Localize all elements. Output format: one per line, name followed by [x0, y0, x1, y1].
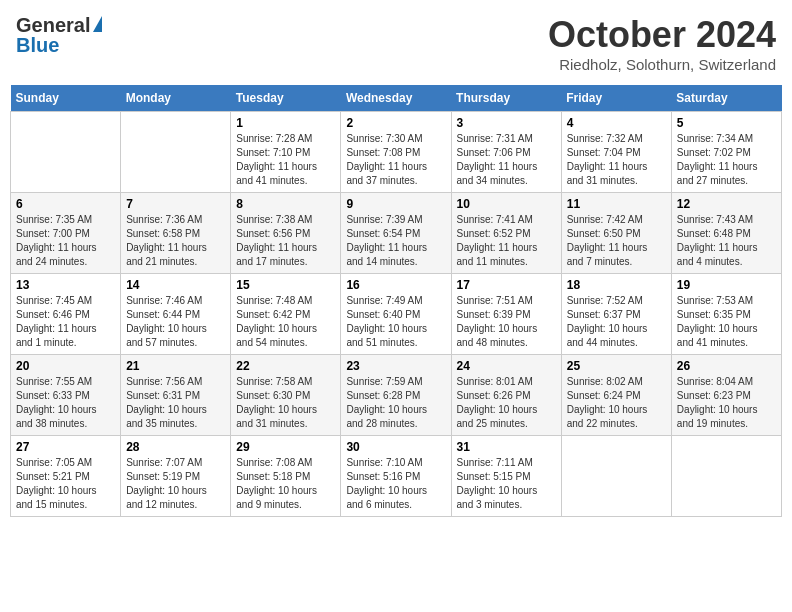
day-number: 27	[16, 440, 115, 454]
day-number: 13	[16, 278, 115, 292]
calendar-cell: 25 Sunrise: 8:02 AMSunset: 6:24 PMDaylig…	[561, 355, 671, 436]
calendar-cell	[121, 112, 231, 193]
calendar-cell: 14 Sunrise: 7:46 AMSunset: 6:44 PMDaylig…	[121, 274, 231, 355]
calendar-cell: 24 Sunrise: 8:01 AMSunset: 6:26 PMDaylig…	[451, 355, 561, 436]
calendar-cell: 30 Sunrise: 7:10 AMSunset: 5:16 PMDaylig…	[341, 436, 451, 517]
calendar-cell	[11, 112, 121, 193]
day-info: Sunrise: 7:36 AMSunset: 6:58 PMDaylight:…	[126, 214, 207, 267]
day-number: 20	[16, 359, 115, 373]
day-number: 25	[567, 359, 666, 373]
calendar-cell: 22 Sunrise: 7:58 AMSunset: 6:30 PMDaylig…	[231, 355, 341, 436]
calendar-week-2: 6 Sunrise: 7:35 AMSunset: 7:00 PMDayligh…	[11, 193, 782, 274]
calendar-header: SundayMondayTuesdayWednesdayThursdayFrid…	[11, 85, 782, 112]
calendar-cell: 23 Sunrise: 7:59 AMSunset: 6:28 PMDaylig…	[341, 355, 451, 436]
day-number: 26	[677, 359, 776, 373]
calendar-cell: 2 Sunrise: 7:30 AMSunset: 7:08 PMDayligh…	[341, 112, 451, 193]
page-header: General Blue October 2024 Riedholz, Solo…	[10, 10, 782, 77]
header-cell-wednesday: Wednesday	[341, 85, 451, 112]
day-info: Sunrise: 7:28 AMSunset: 7:10 PMDaylight:…	[236, 133, 317, 186]
day-info: Sunrise: 7:43 AMSunset: 6:48 PMDaylight:…	[677, 214, 758, 267]
calendar-week-5: 27 Sunrise: 7:05 AMSunset: 5:21 PMDaylig…	[11, 436, 782, 517]
day-info: Sunrise: 7:10 AMSunset: 5:16 PMDaylight:…	[346, 457, 427, 510]
header-cell-saturday: Saturday	[671, 85, 781, 112]
calendar-cell: 9 Sunrise: 7:39 AMSunset: 6:54 PMDayligh…	[341, 193, 451, 274]
day-info: Sunrise: 7:59 AMSunset: 6:28 PMDaylight:…	[346, 376, 427, 429]
day-info: Sunrise: 7:08 AMSunset: 5:18 PMDaylight:…	[236, 457, 317, 510]
day-info: Sunrise: 8:02 AMSunset: 6:24 PMDaylight:…	[567, 376, 648, 429]
day-number: 15	[236, 278, 335, 292]
day-info: Sunrise: 7:34 AMSunset: 7:02 PMDaylight:…	[677, 133, 758, 186]
day-number: 22	[236, 359, 335, 373]
day-number: 16	[346, 278, 445, 292]
day-info: Sunrise: 7:39 AMSunset: 6:54 PMDaylight:…	[346, 214, 427, 267]
day-info: Sunrise: 7:52 AMSunset: 6:37 PMDaylight:…	[567, 295, 648, 348]
day-number: 12	[677, 197, 776, 211]
day-number: 1	[236, 116, 335, 130]
day-number: 6	[16, 197, 115, 211]
header-cell-thursday: Thursday	[451, 85, 561, 112]
day-number: 4	[567, 116, 666, 130]
month-title: October 2024	[548, 14, 776, 56]
day-info: Sunrise: 7:11 AMSunset: 5:15 PMDaylight:…	[457, 457, 538, 510]
calendar-table: SundayMondayTuesdayWednesdayThursdayFrid…	[10, 85, 782, 517]
calendar-week-3: 13 Sunrise: 7:45 AMSunset: 6:46 PMDaylig…	[11, 274, 782, 355]
day-number: 7	[126, 197, 225, 211]
day-number: 28	[126, 440, 225, 454]
day-info: Sunrise: 7:05 AMSunset: 5:21 PMDaylight:…	[16, 457, 97, 510]
calendar-cell: 26 Sunrise: 8:04 AMSunset: 6:23 PMDaylig…	[671, 355, 781, 436]
day-number: 18	[567, 278, 666, 292]
calendar-cell: 29 Sunrise: 7:08 AMSunset: 5:18 PMDaylig…	[231, 436, 341, 517]
calendar-week-1: 1 Sunrise: 7:28 AMSunset: 7:10 PMDayligh…	[11, 112, 782, 193]
day-info: Sunrise: 7:41 AMSunset: 6:52 PMDaylight:…	[457, 214, 538, 267]
calendar-cell: 3 Sunrise: 7:31 AMSunset: 7:06 PMDayligh…	[451, 112, 561, 193]
calendar-cell: 5 Sunrise: 7:34 AMSunset: 7:02 PMDayligh…	[671, 112, 781, 193]
calendar-cell: 18 Sunrise: 7:52 AMSunset: 6:37 PMDaylig…	[561, 274, 671, 355]
day-number: 10	[457, 197, 556, 211]
day-info: Sunrise: 7:51 AMSunset: 6:39 PMDaylight:…	[457, 295, 538, 348]
calendar-cell: 8 Sunrise: 7:38 AMSunset: 6:56 PMDayligh…	[231, 193, 341, 274]
location-subtitle: Riedholz, Solothurn, Switzerland	[548, 56, 776, 73]
day-number: 8	[236, 197, 335, 211]
calendar-cell: 21 Sunrise: 7:56 AMSunset: 6:31 PMDaylig…	[121, 355, 231, 436]
calendar-cell: 27 Sunrise: 7:05 AMSunset: 5:21 PMDaylig…	[11, 436, 121, 517]
logo-triangle-icon	[93, 16, 102, 32]
day-info: Sunrise: 7:07 AMSunset: 5:19 PMDaylight:…	[126, 457, 207, 510]
calendar-cell: 1 Sunrise: 7:28 AMSunset: 7:10 PMDayligh…	[231, 112, 341, 193]
logo: General Blue	[16, 14, 102, 56]
calendar-cell: 7 Sunrise: 7:36 AMSunset: 6:58 PMDayligh…	[121, 193, 231, 274]
calendar-cell: 17 Sunrise: 7:51 AMSunset: 6:39 PMDaylig…	[451, 274, 561, 355]
calendar-cell: 10 Sunrise: 7:41 AMSunset: 6:52 PMDaylig…	[451, 193, 561, 274]
calendar-cell	[671, 436, 781, 517]
day-info: Sunrise: 7:30 AMSunset: 7:08 PMDaylight:…	[346, 133, 427, 186]
calendar-cell: 19 Sunrise: 7:53 AMSunset: 6:35 PMDaylig…	[671, 274, 781, 355]
day-number: 2	[346, 116, 445, 130]
day-info: Sunrise: 7:32 AMSunset: 7:04 PMDaylight:…	[567, 133, 648, 186]
day-info: Sunrise: 7:58 AMSunset: 6:30 PMDaylight:…	[236, 376, 317, 429]
day-number: 3	[457, 116, 556, 130]
header-row: SundayMondayTuesdayWednesdayThursdayFrid…	[11, 85, 782, 112]
day-number: 9	[346, 197, 445, 211]
day-number: 30	[346, 440, 445, 454]
header-cell-friday: Friday	[561, 85, 671, 112]
calendar-cell: 12 Sunrise: 7:43 AMSunset: 6:48 PMDaylig…	[671, 193, 781, 274]
day-number: 17	[457, 278, 556, 292]
day-number: 23	[346, 359, 445, 373]
day-info: Sunrise: 7:53 AMSunset: 6:35 PMDaylight:…	[677, 295, 758, 348]
header-cell-sunday: Sunday	[11, 85, 121, 112]
day-number: 5	[677, 116, 776, 130]
title-block: October 2024 Riedholz, Solothurn, Switze…	[548, 14, 776, 73]
day-number: 29	[236, 440, 335, 454]
day-number: 19	[677, 278, 776, 292]
calendar-cell: 31 Sunrise: 7:11 AMSunset: 5:15 PMDaylig…	[451, 436, 561, 517]
logo-general-text: General	[16, 14, 90, 36]
calendar-cell: 20 Sunrise: 7:55 AMSunset: 6:33 PMDaylig…	[11, 355, 121, 436]
logo-blue-text: Blue	[16, 34, 102, 56]
day-info: Sunrise: 7:38 AMSunset: 6:56 PMDaylight:…	[236, 214, 317, 267]
day-info: Sunrise: 7:42 AMSunset: 6:50 PMDaylight:…	[567, 214, 648, 267]
calendar-week-4: 20 Sunrise: 7:55 AMSunset: 6:33 PMDaylig…	[11, 355, 782, 436]
calendar-cell: 13 Sunrise: 7:45 AMSunset: 6:46 PMDaylig…	[11, 274, 121, 355]
day-number: 31	[457, 440, 556, 454]
header-cell-monday: Monday	[121, 85, 231, 112]
day-info: Sunrise: 7:45 AMSunset: 6:46 PMDaylight:…	[16, 295, 97, 348]
calendar-cell: 11 Sunrise: 7:42 AMSunset: 6:50 PMDaylig…	[561, 193, 671, 274]
